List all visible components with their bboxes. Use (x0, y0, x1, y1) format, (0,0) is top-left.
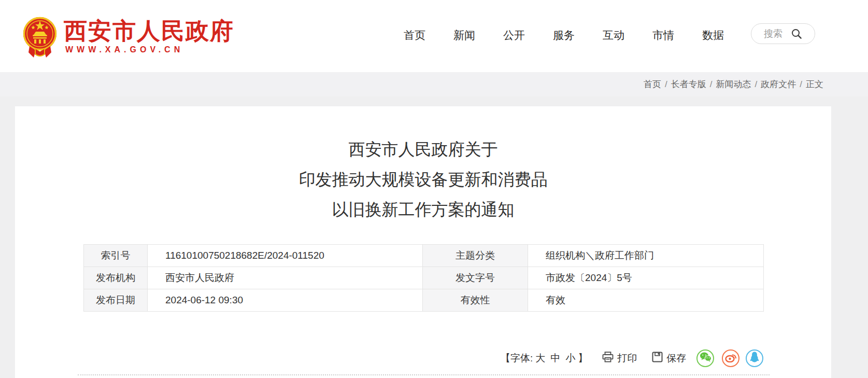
font-size-prefix: 【字体: (501, 352, 533, 365)
breadcrumb-separator: / (755, 79, 758, 90)
breadcrumb-elder[interactable]: 长者专版 (671, 78, 706, 90)
nav-item-news[interactable]: 新闻 (453, 28, 475, 43)
meta-label-issuing-org: 发布机构 (84, 267, 148, 289)
weibo-share-icon (725, 352, 737, 365)
font-size-large[interactable]: 大 (535, 352, 545, 365)
site-header: 西安市人民政府 WWW.XA.GOV.CN 首页 新闻 公开 服务 互动 市情 … (0, 0, 868, 72)
table-row: 发布机构 西安市人民政府 发文字号 市政发〔2024〕5号 (84, 267, 764, 289)
table-row: 发布日期 2024-06-12 09:30 有效性 有效 (84, 289, 764, 312)
breadcrumb-separator: / (710, 79, 713, 90)
document-meta-table: 索引号 11610100750218682E/2024-011520 主题分类 … (83, 244, 764, 312)
search-icon[interactable] (791, 28, 802, 39)
wechat-share-icon (700, 352, 712, 365)
breadcrumb-separator: / (665, 79, 667, 90)
nav-item-service[interactable]: 服务 (553, 28, 575, 43)
table-row: 索引号 11610100750218682E/2024-011520 主题分类 … (84, 245, 764, 267)
main-nav: 首页 新闻 公开 服务 互动 市情 数据 (404, 24, 724, 47)
article-card: 西安市人民政府关于 印发推动大规模设备更新和消费品 以旧换新工作方案的通知 索引… (15, 106, 831, 378)
breadcrumb-home[interactable]: 首页 (644, 78, 661, 90)
dotted-divider (78, 374, 770, 375)
meta-value-doc-number: 市政发〔2024〕5号 (528, 267, 764, 289)
print-label: 打印 (617, 352, 637, 365)
meta-label-publish-date: 发布日期 (84, 289, 148, 312)
nav-item-data[interactable]: 数据 (702, 28, 724, 43)
nav-item-city[interactable]: 市情 (652, 28, 674, 43)
meta-value-index-no: 11610100750218682E/2024-011520 (148, 245, 423, 267)
page-title-line-2: 印发推动大规模设备更新和消费品 (15, 164, 831, 194)
printer-icon (602, 352, 614, 365)
nav-item-open[interactable]: 公开 (503, 28, 525, 43)
wechat-share-button[interactable] (696, 349, 714, 367)
qq-share-button[interactable] (746, 349, 763, 367)
nav-item-interact[interactable]: 互动 (603, 28, 624, 43)
font-size-suffix: 】 (578, 352, 588, 365)
save-button[interactable]: 保存 (652, 352, 686, 365)
weibo-share-button[interactable] (722, 349, 739, 367)
meta-label-validity: 有效性 (423, 289, 528, 312)
national-emblem-icon (22, 14, 58, 63)
page-title-line-3: 以旧换新工作方案的通知 (15, 194, 831, 225)
meta-value-topic: 组织机构＼政府工作部门 (528, 245, 764, 267)
meta-value-issuing-org: 西安市人民政府 (148, 267, 423, 289)
save-label: 保存 (666, 352, 686, 365)
site-url: WWW.XA.GOV.CN (65, 45, 183, 54)
site-logo[interactable]: 西安市人民政府 WWW.XA.GOV.CN (22, 13, 209, 62)
article-toolbar: 【字体: 大 中 小 】 打印 (501, 348, 763, 369)
font-size-control: 【字体: 大 中 小 】 (501, 352, 588, 365)
qq-share-icon (749, 351, 760, 366)
meta-label-topic: 主题分类 (423, 245, 528, 267)
print-button[interactable]: 打印 (602, 352, 637, 365)
floppy-disk-icon (652, 352, 663, 365)
font-size-medium[interactable]: 中 (550, 352, 560, 365)
page-title-line-1: 西安市人民政府关于 (15, 134, 831, 164)
breadcrumb-documents[interactable]: 政府文件 (761, 78, 796, 90)
meta-label-doc-number: 发文字号 (423, 267, 528, 289)
meta-value-publish-date: 2024-06-12 09:30 (148, 289, 423, 312)
meta-label-index-no: 索引号 (84, 245, 148, 267)
meta-value-validity: 有效 (528, 289, 764, 312)
breadcrumb: 首页 / 长者专版 / 新闻动态 / 政府文件 / 正文 (0, 72, 868, 96)
breadcrumb-news[interactable]: 新闻动态 (716, 78, 751, 90)
search-input[interactable] (764, 29, 787, 39)
breadcrumb-current: 正文 (806, 78, 823, 90)
font-size-small[interactable]: 小 (565, 352, 575, 365)
search-box[interactable] (751, 23, 815, 44)
breadcrumb-separator: / (800, 79, 802, 90)
page-title: 西安市人民政府关于 印发推动大规模设备更新和消费品 以旧换新工作方案的通知 (15, 134, 831, 225)
nav-item-home[interactable]: 首页 (404, 28, 425, 43)
site-name: 西安市人民政府 (64, 16, 234, 47)
